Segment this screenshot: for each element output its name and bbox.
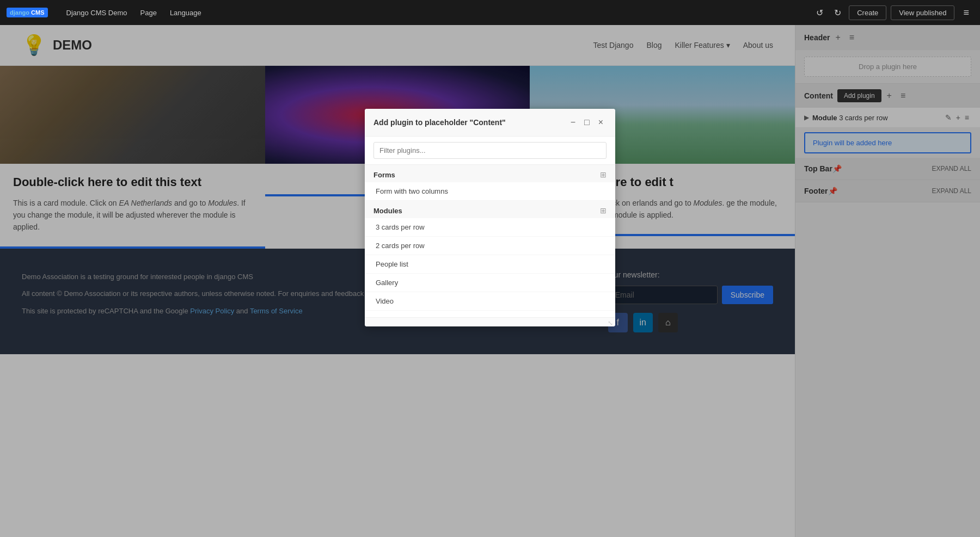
undo-button[interactable]: ↺ xyxy=(813,5,826,20)
video-option[interactable]: Video xyxy=(365,292,615,311)
admin-nav-demo[interactable]: Django CMS Demo xyxy=(61,7,133,19)
create-button[interactable]: Create xyxy=(849,5,886,20)
blog-option[interactable]: Blog xyxy=(365,311,615,317)
three-cards-option[interactable]: 3 cards per row xyxy=(365,218,615,237)
admin-nav: Django CMS Demo Page Language xyxy=(61,7,207,19)
forms-category-label: Forms xyxy=(373,171,395,179)
redo-button[interactable]: ↻ xyxy=(831,5,844,20)
gallery-option[interactable]: Gallery xyxy=(365,274,615,292)
forms-category-icon: ⊞ xyxy=(600,170,607,179)
admin-nav-language[interactable]: Language xyxy=(164,7,207,19)
resize-icon: ⤡ xyxy=(608,319,613,326)
modal-maximize-button[interactable]: □ xyxy=(581,116,593,128)
modal-header: Add plugin to placeholder "Content" − □ … xyxy=(365,109,615,137)
modules-category: Modules ⊞ xyxy=(365,201,615,218)
modules-category-label: Modules xyxy=(373,207,402,215)
cms-badge: django CMS xyxy=(7,8,48,17)
modal-body: Forms ⊞ Form with two columns Modules ⊞ … xyxy=(365,165,615,317)
view-published-button[interactable]: View published xyxy=(891,5,954,20)
admin-nav-page[interactable]: Page xyxy=(135,7,162,19)
modal-close-button[interactable]: × xyxy=(595,116,607,128)
admin-bar-right: ↺ ↻ Create View published ≡ xyxy=(813,5,973,21)
cms-logo: django CMS xyxy=(7,8,48,17)
modal-minimize-button[interactable]: − xyxy=(567,116,579,128)
modal-title: Add plugin to placeholder "Content" xyxy=(373,118,565,127)
people-list-option[interactable]: People list xyxy=(365,255,615,274)
modal-filter-area xyxy=(365,137,615,165)
modal-resize-handle[interactable]: ⤡ xyxy=(365,317,615,326)
two-cards-option[interactable]: 2 cards per row xyxy=(365,237,615,255)
modules-category-icon: ⊞ xyxy=(600,206,607,215)
hamburger-button[interactable]: ≡ xyxy=(959,5,973,21)
forms-category: Forms ⊞ xyxy=(365,165,615,182)
modal-overlay[interactable]: Add plugin to placeholder "Content" − □ … xyxy=(0,0,980,537)
cms-label: CMS xyxy=(31,9,44,16)
add-plugin-modal: Add plugin to placeholder "Content" − □ … xyxy=(365,109,615,326)
filter-plugins-input[interactable] xyxy=(373,142,607,159)
form-two-columns-option[interactable]: Form with two columns xyxy=(365,182,615,201)
django-label: django xyxy=(10,9,29,16)
admin-bar: django CMS Django CMS Demo Page Language… xyxy=(0,0,980,25)
